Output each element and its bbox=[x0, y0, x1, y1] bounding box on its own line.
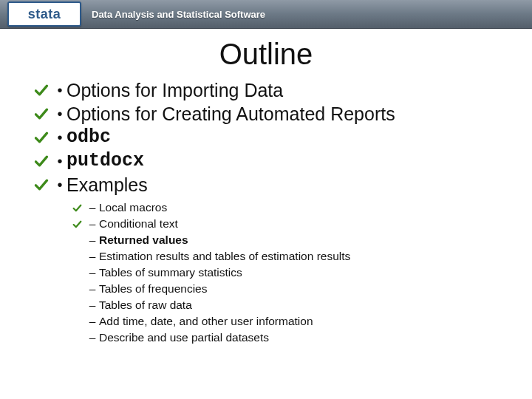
main-item-text: Options for Creating Automated Reports bbox=[66, 102, 502, 126]
checkmark-icon bbox=[34, 106, 53, 121]
dash-icon: – bbox=[86, 313, 99, 330]
outline-sub-list: – Local macros – Conditional text – Retu… bbox=[72, 200, 502, 346]
main-item: • odbc bbox=[34, 126, 502, 149]
dash-icon: – bbox=[86, 330, 99, 346]
header-tagline: Data Analysis and Statistical Software bbox=[92, 9, 265, 20]
checkmark-icon bbox=[34, 130, 53, 145]
checkmark-icon bbox=[34, 154, 53, 168]
main-item: • Options for Importing Data bbox=[34, 78, 502, 102]
sub-item-text: Tables of raw data bbox=[99, 297, 502, 313]
bullet-icon: • bbox=[53, 177, 66, 192]
checkmark-icon bbox=[34, 83, 53, 98]
sub-item: – Estimation results and tables of estim… bbox=[72, 248, 502, 265]
app-header: stata Data Analysis and Statistical Soft… bbox=[0, 0, 532, 29]
main-item: • Options for Creating Automated Reports bbox=[34, 102, 502, 126]
sub-item: – Tables of frequencies bbox=[72, 281, 502, 297]
main-item-text: putdocx bbox=[66, 149, 502, 173]
bullet-icon: • bbox=[53, 106, 66, 121]
outline-main-list: • Options for Importing Data • Options f… bbox=[34, 78, 502, 197]
main-item-text: Examples bbox=[66, 173, 502, 197]
main-item-text: odbc bbox=[66, 126, 502, 149]
sub-item: – Tables of raw data bbox=[72, 297, 502, 313]
main-item: • Examples bbox=[34, 173, 502, 197]
slide-title: Outline bbox=[30, 38, 502, 71]
dash-icon: – bbox=[86, 200, 99, 216]
logo-text: stata bbox=[28, 7, 61, 22]
sub-item-text: Estimation results and tables of estimat… bbox=[99, 248, 502, 265]
sub-item: – Tables of summary statistics bbox=[72, 265, 502, 281]
bullet-icon: • bbox=[53, 154, 66, 168]
dash-icon: – bbox=[86, 297, 99, 313]
sub-item: – Returned values bbox=[72, 232, 502, 248]
sub-item-text: Add time, date, and other user informati… bbox=[99, 313, 502, 330]
stata-logo: stata bbox=[7, 1, 81, 27]
sub-item-text: Returned values bbox=[99, 232, 502, 248]
sub-item-text: Conditional text bbox=[99, 216, 502, 232]
sub-item: – Describe and use partial datasets bbox=[72, 330, 502, 346]
bullet-icon: • bbox=[53, 83, 66, 98]
sub-item-text: Tables of frequencies bbox=[99, 281, 502, 297]
main-item: • putdocx bbox=[34, 149, 502, 173]
sub-item-text: Tables of summary statistics bbox=[99, 265, 502, 281]
slide-body: Outline • Options for Importing Data • O… bbox=[0, 29, 532, 346]
dash-icon: – bbox=[86, 216, 99, 232]
dash-icon: – bbox=[86, 281, 99, 297]
sub-item-text: Describe and use partial datasets bbox=[99, 330, 502, 346]
dash-icon: – bbox=[86, 232, 99, 248]
sub-item-text: Local macros bbox=[99, 200, 502, 216]
dash-icon: – bbox=[86, 248, 99, 265]
checkmark-icon bbox=[72, 219, 86, 229]
main-item-text: Options for Importing Data bbox=[66, 78, 502, 102]
dash-icon: – bbox=[86, 265, 99, 281]
sub-item: – Add time, date, and other user informa… bbox=[72, 313, 502, 330]
checkmark-icon bbox=[34, 177, 53, 192]
sub-item: – Local macros bbox=[72, 200, 502, 216]
sub-item: – Conditional text bbox=[72, 216, 502, 232]
bullet-icon: • bbox=[53, 130, 66, 145]
checkmark-icon bbox=[72, 203, 86, 213]
